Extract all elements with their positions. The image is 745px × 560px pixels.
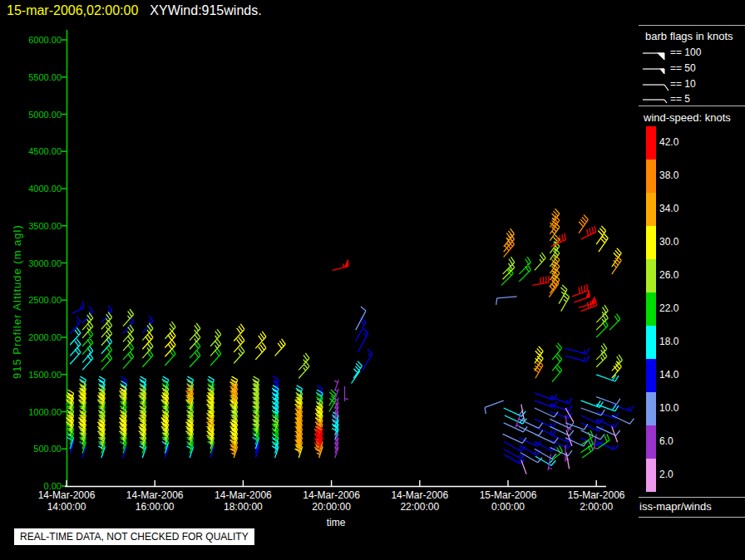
colorbar-value-label: 18.0 — [659, 336, 678, 347]
x-tick-time: 22:00:00 — [391, 501, 448, 513]
y-tick-label: 4000.00 — [0, 184, 62, 194]
wind-barb-group — [68, 302, 634, 464]
y-tick-label: 5000.00 — [0, 111, 62, 120]
y-tick-label: 4500.00 — [0, 147, 62, 156]
y-tick-label: 1000.00 — [0, 408, 62, 417]
barb-flags-legend-title: barb flags in knots — [645, 30, 733, 42]
colorbar-segment — [646, 160, 656, 193]
wind-barb-group — [314, 226, 596, 449]
colorbar-value-label: 6.0 — [659, 435, 673, 447]
colorbar-segment — [646, 193, 656, 226]
legend-divider-bottom2 — [639, 517, 745, 518]
tick-10-icon — [664, 85, 669, 91]
y-tick-label: 1500.00 — [0, 371, 62, 380]
colorbar-value-label: 22.0 — [659, 302, 678, 314]
barb-flag-value-label: == 10 — [670, 78, 696, 90]
y-tick-label: 3500.00 — [0, 222, 62, 231]
wind-barb-group — [314, 215, 588, 454]
y-tick-label: 2500.00 — [0, 296, 62, 305]
y-axis-tick-marks — [62, 40, 67, 486]
colorbar-value-label: 2.0 — [659, 469, 673, 480]
x-tick-time: 16:00:00 — [126, 501, 184, 513]
flag-50-icon — [660, 69, 664, 74]
x-tick-time: 2:00:00 — [568, 501, 625, 513]
data-source-label: iss-mapr/winds — [639, 500, 712, 513]
x-tick-label: 15-Mar-20062:00:00 — [568, 489, 625, 513]
y-tick-label: 6000.00 — [0, 36, 62, 45]
x-axis-tick-marks — [67, 480, 596, 486]
wind-barb-canvas — [0, 0, 745, 560]
colorbar-value-label: 30.0 — [659, 236, 678, 248]
colorbar-value-label: 38.0 — [659, 169, 678, 181]
tick-5-icon — [664, 100, 667, 103]
realtime-warning-badge: REAL-TIME DATA, NOT CHECKED FOR QUALITY — [14, 528, 254, 545]
barb-flag-value-label: == 50 — [670, 62, 696, 74]
title-bar: 15-mar-2006,02:00:00XYWind:915winds. — [7, 3, 262, 18]
y-tick-label: 2000.00 — [0, 333, 62, 342]
wind-speed-colorbar — [646, 126, 656, 492]
x-tick-label: 14-Mar-200618:00:00 — [215, 489, 272, 513]
app-window: 15-mar-2006,02:00:00XYWind:915winds. 915… — [0, 0, 745, 560]
colorbar-segment — [646, 459, 656, 492]
colorbar-segment — [646, 425, 656, 459]
title-datetime: 15-mar-2006,02:00:00 — [7, 3, 138, 17]
barb-flag-value-label: == 100 — [670, 47, 701, 58]
x-tick-label: 15-Mar-20060:00:00 — [480, 489, 537, 513]
x-tick-time: 20:00:00 — [303, 501, 360, 513]
y-tick-label: 3000.00 — [0, 259, 62, 268]
colorbar-value-label: 34.0 — [659, 203, 678, 214]
colorbar-value-label: 26.0 — [659, 269, 678, 281]
flag-100-icon — [658, 53, 664, 60]
colorbar-segment — [646, 292, 656, 326]
colorbar-segment — [646, 326, 656, 359]
colorbar-segment — [646, 359, 656, 392]
x-tick-time: 14:00:00 — [38, 501, 96, 513]
barb-flag-value-label: == 5 — [670, 93, 690, 105]
y-tick-label: 5500.00 — [0, 73, 62, 82]
legend-divider-top — [639, 25, 745, 26]
wind-barb-group — [521, 405, 618, 474]
x-axis-label: time — [327, 517, 346, 528]
wind-barb-group — [67, 226, 622, 458]
wind-barb-group — [334, 380, 597, 470]
wind-barb-group — [67, 257, 620, 460]
legend-divider-bottom1 — [639, 497, 745, 498]
y-tick-label: 500.00 — [0, 445, 62, 454]
wind-barb-group — [67, 327, 619, 465]
x-tick-label: 14-Mar-200616:00:00 — [126, 489, 184, 513]
x-tick-time: 18:00:00 — [215, 501, 272, 513]
colorbar-segment — [646, 259, 656, 292]
colorbar-value-label: 14.0 — [659, 369, 678, 381]
colorbar-segment — [646, 226, 656, 259]
x-tick-label: 14-Mar-200614:00:00 — [38, 489, 96, 513]
wind-speed-legend-title: wind-speed: knots — [644, 111, 731, 124]
colorbar-segment — [646, 392, 656, 425]
colorbar-segment — [646, 126, 656, 160]
colorbar-value-label: 10.0 — [659, 402, 678, 414]
colorbar-value-label: 42.0 — [659, 136, 678, 148]
x-tick-label: 14-Mar-200620:00:00 — [303, 489, 360, 513]
x-tick-time: 0:00:00 — [480, 501, 537, 513]
page-title: XYWind:915winds. — [150, 3, 261, 17]
x-tick-label: 14-Mar-200622:00:00 — [391, 489, 448, 513]
